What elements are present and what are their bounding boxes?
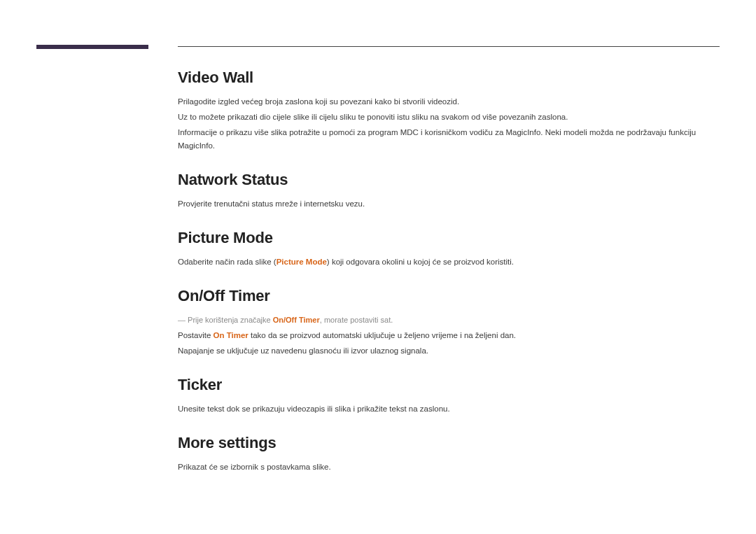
content-area: Video Wall Prilagodite izgled većeg broj…	[178, 69, 720, 492]
heading-network-status: Natwork Status	[178, 171, 720, 189]
section-more-settings: More settings Prikazat će se izbornik s …	[178, 434, 720, 474]
heading-more-settings: More settings	[178, 434, 720, 452]
top-rule	[178, 46, 720, 47]
section-picture-mode: Picture Mode Odaberite način rada slike …	[178, 229, 720, 269]
heading-ticker: Ticker	[178, 376, 720, 394]
section-on-off-timer: On/Off Timer Prije korištenja značajke O…	[178, 287, 720, 358]
text-fragment: , morate postaviti sat.	[320, 316, 393, 324]
paragraph: Uz to možete prikazati dio cijele slike …	[178, 111, 720, 124]
highlight-on-timer: On Timer	[214, 331, 248, 339]
paragraph: Prilagodite izgled većeg broja zaslona k…	[178, 95, 720, 108]
accent-bar	[36, 45, 148, 49]
text-fragment: Postavite	[178, 331, 214, 339]
note: Prije korištenja značajke On/Off Timer, …	[178, 314, 720, 326]
text-fragment: tako da se proizvod automatski uključuje…	[248, 331, 516, 339]
section-video-wall: Video Wall Prilagodite izgled većeg broj…	[178, 69, 720, 153]
section-ticker: Ticker Unesite tekst dok se prikazuju vi…	[178, 376, 720, 416]
paragraph: Odaberite način rada slike (Picture Mode…	[178, 255, 720, 269]
text-fragment: Prije korištenja značajke	[188, 316, 273, 324]
text-fragment: ) koji odgovara okolini u kojoj će se pr…	[327, 258, 514, 266]
paragraph: Prikazat će se izbornik s postavkama sli…	[178, 461, 720, 474]
paragraph: Postavite On Timer tako da se proizvod a…	[178, 329, 720, 342]
heading-picture-mode: Picture Mode	[178, 229, 720, 247]
heading-on-off-timer: On/Off Timer	[178, 287, 720, 305]
highlight-picture-mode: Picture Mode	[276, 258, 327, 266]
text-fragment: Odaberite način rada slike (	[178, 258, 276, 266]
paragraph: Napajanje se uključuje uz navedenu glasn…	[178, 344, 720, 358]
paragraph: Provjerite trenutačni status mreže i int…	[178, 197, 720, 211]
paragraph: Unesite tekst dok se prikazuju videozapi…	[178, 402, 720, 416]
heading-video-wall: Video Wall	[178, 69, 720, 87]
paragraph: Informacije o prikazu više slika potraži…	[178, 126, 720, 153]
section-network-status: Natwork Status Provjerite trenutačni sta…	[178, 171, 720, 211]
highlight-on-off-timer: On/Off Timer	[273, 316, 320, 324]
